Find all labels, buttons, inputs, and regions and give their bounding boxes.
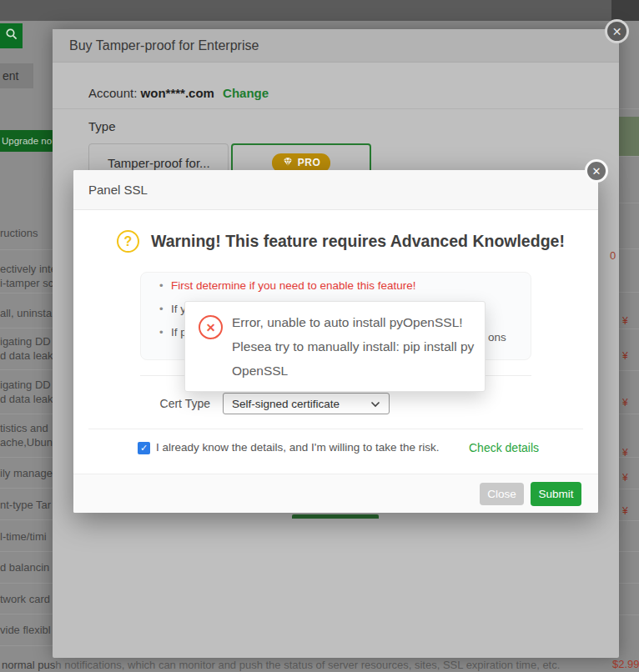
- row-divider: [0, 614, 53, 614]
- row-divider: [0, 583, 53, 584]
- row-divider: [0, 551, 53, 552]
- bg-bottom-text: normal push notifications, which can mon…: [2, 659, 560, 671]
- buy-button-peek: [292, 514, 379, 519]
- bg-row-text: nt-type Tar: [0, 499, 53, 511]
- bg-row-text: ructions: [0, 227, 53, 239]
- warning-bullet-3-tail: ons: [488, 331, 506, 344]
- type-option-label: Tamper-proof for...: [108, 156, 210, 170]
- submit-button[interactable]: Submit: [531, 482, 581, 506]
- row-divider: [0, 328, 53, 328]
- error-message: Error, unable to auto install pyOpenSSL!…: [232, 310, 479, 383]
- row-divider: [0, 488, 53, 489]
- row-divider: [0, 249, 53, 250]
- row-divider: [619, 520, 639, 521]
- bg-highlight-row: [619, 117, 639, 156]
- row-divider: [0, 414, 53, 414]
- bg-row-text: i-tamper sc: [0, 277, 53, 289]
- account-row: Account: won****.com Change: [88, 86, 269, 100]
- row-divider: [619, 614, 639, 615]
- bg-bottom-text-rest: h notifications, which can monitor and p…: [55, 659, 560, 671]
- row-divider: [0, 293, 53, 293]
- bg-row-text: ache,Ubunt: [0, 436, 53, 449]
- chevron-down-icon: [370, 398, 380, 410]
- price-fragment: ¥: [622, 447, 628, 459]
- close-icon[interactable]: ✕: [585, 159, 608, 183]
- risk-checkbox-label: I already know the details, and I'm will…: [156, 441, 440, 454]
- change-account-link[interactable]: Change: [223, 86, 269, 100]
- row-divider: [619, 370, 639, 371]
- price-fragment: ¥: [622, 397, 628, 409]
- question-icon: ?: [117, 230, 139, 253]
- bg-bottom-text-left: normal pus: [2, 659, 55, 671]
- row-divider: [619, 583, 639, 584]
- cert-type-select[interactable]: Self-signed certificate: [223, 393, 390, 414]
- bg-row-text: vide flexibl: [0, 624, 53, 636]
- row-divider: [0, 457, 53, 458]
- screen: ent Upgrade no ructions ectively inte i-…: [0, 0, 639, 672]
- bg-row-text: igating DD: [0, 335, 53, 348]
- cert-type-value: Self-signed certificate: [232, 398, 340, 410]
- risk-checkbox[interactable]: ✓: [138, 442, 150, 454]
- buy-modal-header: Buy Tamper-proof for Enterprise: [53, 29, 619, 63]
- price-fragment: ¥: [622, 505, 628, 517]
- check-details-link[interactable]: Check details: [469, 441, 539, 454]
- bg-row-text: d data leaka: [0, 393, 53, 405]
- search-button[interactable]: [0, 23, 23, 48]
- background-tab[interactable]: ent: [0, 63, 33, 88]
- price-fragment: 0: [610, 249, 616, 262]
- search-icon: [5, 28, 18, 44]
- panel-ssl-footer: Close Submit: [73, 474, 598, 513]
- warning-title: Warning! This feature requires Advanced …: [151, 232, 565, 251]
- row-divider: [619, 292, 639, 293]
- row-divider: [619, 551, 639, 552]
- cert-type-label: Cert Type: [158, 393, 210, 414]
- bg-row-text: igating DD: [0, 379, 53, 391]
- price-fragment: ¥: [622, 472, 628, 484]
- row-divider: [0, 645, 53, 646]
- bg-row-text: ectively inte: [0, 263, 53, 275]
- row-divider: [0, 519, 53, 520]
- pro-badge-label: PRO: [298, 157, 321, 168]
- error-icon: ✕: [199, 315, 223, 339]
- panel-ssl-title: Panel SSL: [88, 170, 148, 210]
- row-divider: [619, 248, 639, 249]
- account-label: Account:: [88, 86, 137, 100]
- upgrade-now-button[interactable]: Upgrade no: [0, 130, 53, 152]
- account-value: won****.com: [141, 86, 214, 100]
- close-icon[interactable]: ✕: [605, 19, 629, 43]
- row-divider: [619, 328, 639, 329]
- bg-row-text: tistics and: [0, 422, 53, 434]
- bg-row-text: d balancin: [0, 561, 53, 574]
- warning-bullet-1: • First determine if you need to enable …: [159, 279, 531, 303]
- row-divider: [619, 108, 639, 109]
- panel-ssl-header: Panel SSL: [73, 170, 598, 210]
- bg-row-text: ily manage: [0, 467, 53, 479]
- price-fragment: ¥: [622, 315, 628, 327]
- section-divider: [88, 429, 583, 429]
- bg-row-text: twork card: [0, 593, 53, 605]
- top-navbar-right-block: [611, 0, 639, 21]
- close-button[interactable]: Close: [480, 483, 524, 505]
- section-divider: [53, 108, 619, 109]
- bg-row-text: d data leaka: [0, 349, 53, 362]
- row-divider: [619, 156, 639, 157]
- top-navbar: [0, 0, 639, 21]
- row-divider: [619, 203, 639, 203]
- row-divider: [619, 489, 639, 489]
- bg-row-text: l-time/timi: [0, 530, 53, 543]
- row-divider: [619, 414, 639, 414]
- row-divider: [0, 369, 53, 370]
- price-fragment: ¥: [622, 350, 628, 362]
- type-label: Type: [88, 119, 116, 133]
- buy-modal-title: Buy Tamper-proof for Enterprise: [69, 29, 259, 63]
- error-popup: ✕ Error, unable to auto install pyOpenSS…: [184, 301, 486, 392]
- diamond-icon: [282, 157, 294, 169]
- bg-row-text: all, uninsta: [0, 307, 53, 319]
- bg-bottom-price: $2.99: [612, 658, 639, 670]
